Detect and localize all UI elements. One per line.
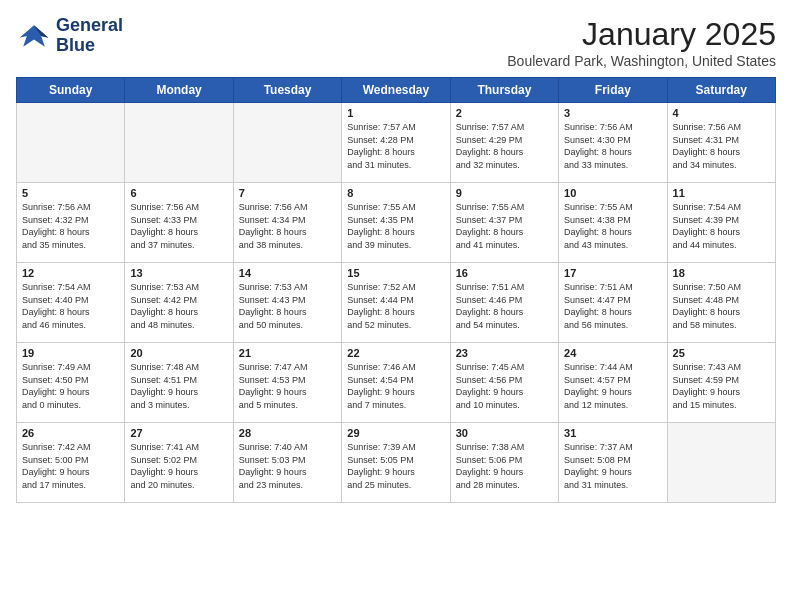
calendar-cell: 24Sunrise: 7:44 AMSunset: 4:57 PMDayligh…	[559, 343, 667, 423]
calendar-cell: 20Sunrise: 7:48 AMSunset: 4:51 PMDayligh…	[125, 343, 233, 423]
day-number: 31	[564, 427, 661, 439]
weekday-header-row: SundayMondayTuesdayWednesdayThursdayFrid…	[17, 78, 776, 103]
calendar-cell	[233, 103, 341, 183]
day-info: Sunrise: 7:51 AMSunset: 4:47 PMDaylight:…	[564, 281, 661, 331]
calendar-cell: 15Sunrise: 7:52 AMSunset: 4:44 PMDayligh…	[342, 263, 450, 343]
day-number: 4	[673, 107, 770, 119]
day-number: 30	[456, 427, 553, 439]
day-number: 15	[347, 267, 444, 279]
day-info: Sunrise: 7:51 AMSunset: 4:46 PMDaylight:…	[456, 281, 553, 331]
calendar-table: SundayMondayTuesdayWednesdayThursdayFrid…	[16, 77, 776, 503]
day-number: 16	[456, 267, 553, 279]
calendar-cell: 12Sunrise: 7:54 AMSunset: 4:40 PMDayligh…	[17, 263, 125, 343]
day-number: 5	[22, 187, 119, 199]
calendar-cell: 14Sunrise: 7:53 AMSunset: 4:43 PMDayligh…	[233, 263, 341, 343]
calendar-week-4: 26Sunrise: 7:42 AMSunset: 5:00 PMDayligh…	[17, 423, 776, 503]
calendar-cell: 9Sunrise: 7:55 AMSunset: 4:37 PMDaylight…	[450, 183, 558, 263]
day-number: 3	[564, 107, 661, 119]
day-info: Sunrise: 7:40 AMSunset: 5:03 PMDaylight:…	[239, 441, 336, 491]
logo-icon	[16, 18, 52, 54]
calendar-cell: 7Sunrise: 7:56 AMSunset: 4:34 PMDaylight…	[233, 183, 341, 263]
day-number: 7	[239, 187, 336, 199]
weekday-header-wednesday: Wednesday	[342, 78, 450, 103]
day-info: Sunrise: 7:47 AMSunset: 4:53 PMDaylight:…	[239, 361, 336, 411]
day-number: 17	[564, 267, 661, 279]
logo: General Blue	[16, 16, 123, 56]
title-area: January 2025 Boulevard Park, Washington,…	[507, 16, 776, 69]
calendar-cell: 13Sunrise: 7:53 AMSunset: 4:42 PMDayligh…	[125, 263, 233, 343]
day-info: Sunrise: 7:56 AMSunset: 4:33 PMDaylight:…	[130, 201, 227, 251]
day-info: Sunrise: 7:56 AMSunset: 4:31 PMDaylight:…	[673, 121, 770, 171]
day-number: 14	[239, 267, 336, 279]
day-number: 1	[347, 107, 444, 119]
calendar-cell: 2Sunrise: 7:57 AMSunset: 4:29 PMDaylight…	[450, 103, 558, 183]
day-number: 18	[673, 267, 770, 279]
weekday-header-sunday: Sunday	[17, 78, 125, 103]
day-number: 29	[347, 427, 444, 439]
day-number: 12	[22, 267, 119, 279]
day-number: 20	[130, 347, 227, 359]
calendar-cell: 18Sunrise: 7:50 AMSunset: 4:48 PMDayligh…	[667, 263, 775, 343]
calendar-cell: 21Sunrise: 7:47 AMSunset: 4:53 PMDayligh…	[233, 343, 341, 423]
calendar-cell: 26Sunrise: 7:42 AMSunset: 5:00 PMDayligh…	[17, 423, 125, 503]
month-title: January 2025	[507, 16, 776, 53]
logo-text: General Blue	[56, 16, 123, 56]
day-info: Sunrise: 7:48 AMSunset: 4:51 PMDaylight:…	[130, 361, 227, 411]
day-info: Sunrise: 7:57 AMSunset: 4:29 PMDaylight:…	[456, 121, 553, 171]
calendar-cell: 1Sunrise: 7:57 AMSunset: 4:28 PMDaylight…	[342, 103, 450, 183]
calendar-cell	[17, 103, 125, 183]
calendar-cell: 31Sunrise: 7:37 AMSunset: 5:08 PMDayligh…	[559, 423, 667, 503]
day-number: 9	[456, 187, 553, 199]
day-number: 6	[130, 187, 227, 199]
day-number: 26	[22, 427, 119, 439]
day-info: Sunrise: 7:57 AMSunset: 4:28 PMDaylight:…	[347, 121, 444, 171]
calendar-cell: 10Sunrise: 7:55 AMSunset: 4:38 PMDayligh…	[559, 183, 667, 263]
day-info: Sunrise: 7:56 AMSunset: 4:34 PMDaylight:…	[239, 201, 336, 251]
day-info: Sunrise: 7:56 AMSunset: 4:30 PMDaylight:…	[564, 121, 661, 171]
calendar-cell	[125, 103, 233, 183]
day-info: Sunrise: 7:42 AMSunset: 5:00 PMDaylight:…	[22, 441, 119, 491]
day-info: Sunrise: 7:37 AMSunset: 5:08 PMDaylight:…	[564, 441, 661, 491]
calendar-cell: 8Sunrise: 7:55 AMSunset: 4:35 PMDaylight…	[342, 183, 450, 263]
day-info: Sunrise: 7:55 AMSunset: 4:38 PMDaylight:…	[564, 201, 661, 251]
day-info: Sunrise: 7:56 AMSunset: 4:32 PMDaylight:…	[22, 201, 119, 251]
day-info: Sunrise: 7:38 AMSunset: 5:06 PMDaylight:…	[456, 441, 553, 491]
day-number: 2	[456, 107, 553, 119]
day-info: Sunrise: 7:55 AMSunset: 4:37 PMDaylight:…	[456, 201, 553, 251]
day-info: Sunrise: 7:52 AMSunset: 4:44 PMDaylight:…	[347, 281, 444, 331]
calendar-week-1: 5Sunrise: 7:56 AMSunset: 4:32 PMDaylight…	[17, 183, 776, 263]
day-info: Sunrise: 7:46 AMSunset: 4:54 PMDaylight:…	[347, 361, 444, 411]
calendar-cell: 27Sunrise: 7:41 AMSunset: 5:02 PMDayligh…	[125, 423, 233, 503]
page-header: General Blue January 2025 Boulevard Park…	[16, 16, 776, 69]
day-info: Sunrise: 7:39 AMSunset: 5:05 PMDaylight:…	[347, 441, 444, 491]
calendar-cell: 29Sunrise: 7:39 AMSunset: 5:05 PMDayligh…	[342, 423, 450, 503]
day-info: Sunrise: 7:43 AMSunset: 4:59 PMDaylight:…	[673, 361, 770, 411]
calendar-cell: 16Sunrise: 7:51 AMSunset: 4:46 PMDayligh…	[450, 263, 558, 343]
day-number: 22	[347, 347, 444, 359]
day-info: Sunrise: 7:44 AMSunset: 4:57 PMDaylight:…	[564, 361, 661, 411]
calendar-cell: 6Sunrise: 7:56 AMSunset: 4:33 PMDaylight…	[125, 183, 233, 263]
day-info: Sunrise: 7:54 AMSunset: 4:39 PMDaylight:…	[673, 201, 770, 251]
day-number: 11	[673, 187, 770, 199]
day-info: Sunrise: 7:53 AMSunset: 4:43 PMDaylight:…	[239, 281, 336, 331]
calendar-cell: 5Sunrise: 7:56 AMSunset: 4:32 PMDaylight…	[17, 183, 125, 263]
day-info: Sunrise: 7:55 AMSunset: 4:35 PMDaylight:…	[347, 201, 444, 251]
weekday-header-thursday: Thursday	[450, 78, 558, 103]
calendar-week-3: 19Sunrise: 7:49 AMSunset: 4:50 PMDayligh…	[17, 343, 776, 423]
weekday-header-friday: Friday	[559, 78, 667, 103]
day-number: 13	[130, 267, 227, 279]
calendar-cell: 11Sunrise: 7:54 AMSunset: 4:39 PMDayligh…	[667, 183, 775, 263]
day-number: 27	[130, 427, 227, 439]
calendar-cell: 17Sunrise: 7:51 AMSunset: 4:47 PMDayligh…	[559, 263, 667, 343]
calendar-cell: 22Sunrise: 7:46 AMSunset: 4:54 PMDayligh…	[342, 343, 450, 423]
calendar-cell: 25Sunrise: 7:43 AMSunset: 4:59 PMDayligh…	[667, 343, 775, 423]
weekday-header-monday: Monday	[125, 78, 233, 103]
weekday-header-tuesday: Tuesday	[233, 78, 341, 103]
location: Boulevard Park, Washington, United State…	[507, 53, 776, 69]
day-info: Sunrise: 7:45 AMSunset: 4:56 PMDaylight:…	[456, 361, 553, 411]
day-number: 21	[239, 347, 336, 359]
day-number: 10	[564, 187, 661, 199]
calendar-week-2: 12Sunrise: 7:54 AMSunset: 4:40 PMDayligh…	[17, 263, 776, 343]
calendar-cell: 3Sunrise: 7:56 AMSunset: 4:30 PMDaylight…	[559, 103, 667, 183]
weekday-header-saturday: Saturday	[667, 78, 775, 103]
